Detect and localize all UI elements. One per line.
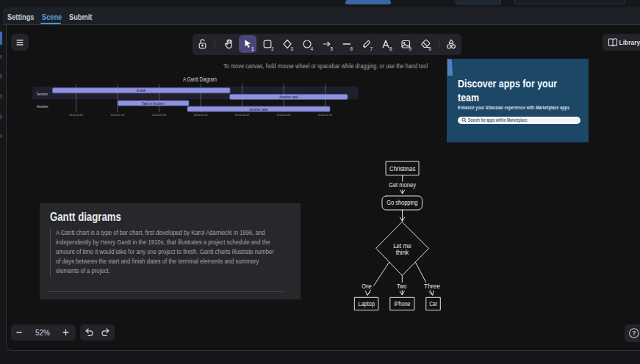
svg-text:Three: Three — [424, 283, 440, 290]
svg-text:iPhone: iPhone — [395, 300, 411, 307]
svg-text:2014-02-09: 2014-02-09 — [277, 113, 292, 117]
svg-text:One: One — [362, 283, 372, 290]
svg-text:Laptop: Laptop — [359, 300, 375, 307]
svg-text:Go shopping: Go shopping — [386, 199, 417, 206]
svg-text:2014-01-26: 2014-01-26 — [194, 113, 209, 117]
svg-text:Section: Section — [37, 92, 48, 96]
svg-text:think: think — [396, 249, 409, 256]
svg-text:another task: another task — [250, 108, 269, 112]
svg-text:A task: A task — [137, 89, 146, 92]
svg-text:2014-01-19: 2014-01-19 — [152, 113, 167, 117]
svg-text:Get money: Get money — [389, 181, 416, 189]
svg-text:2014-01-12: 2014-01-12 — [111, 113, 126, 117]
svg-text:A Gantt Diagram: A Gantt Diagram — [183, 76, 217, 83]
svg-text:2014-02-02: 2014-02-02 — [235, 113, 250, 117]
svg-text:Car: Car — [429, 300, 437, 307]
svg-text:2014-02-16: 2014-02-16 — [318, 113, 333, 117]
svg-text:Another: Another — [37, 105, 48, 109]
svg-text:Christmas: Christmas — [389, 165, 416, 172]
svg-text:?: ? — [632, 330, 636, 337]
svg-text:Two: Two — [397, 283, 407, 290]
svg-text:Another task: Another task — [279, 95, 298, 99]
svg-text:2014-01-05: 2014-01-05 — [69, 113, 84, 117]
svg-text:Task in Another: Task in Another — [142, 102, 165, 106]
